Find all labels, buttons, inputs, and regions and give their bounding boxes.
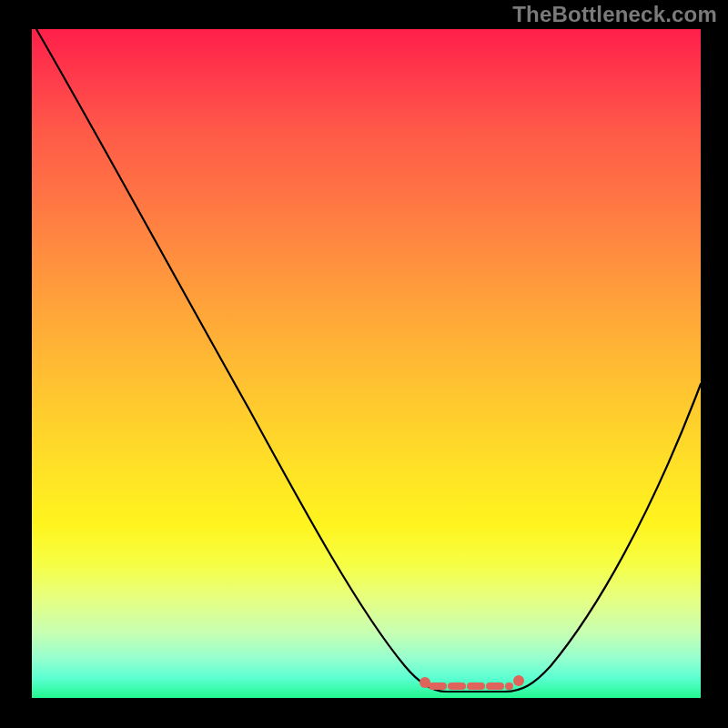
bottleneck-curve: [36, 29, 701, 692]
optimal-marker-right-cap: [513, 675, 524, 686]
chart-frame: TheBottleneck.com: [0, 0, 728, 728]
plot-area: [32, 29, 701, 698]
watermark-text: TheBottleneck.com: [512, 2, 717, 27]
optimal-marker-left-cap: [420, 677, 430, 688]
curve-svg: [32, 29, 701, 698]
